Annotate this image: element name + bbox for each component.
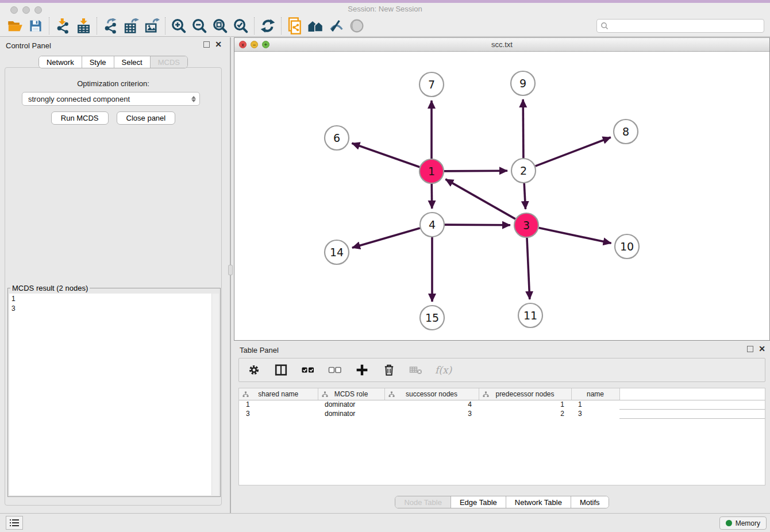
memory-button[interactable]: Memory (719, 516, 767, 530)
select-all-columns-button[interactable] (300, 362, 316, 378)
window-title: Session: New Session (0, 5, 770, 13)
float-panel-icon[interactable] (203, 41, 210, 48)
export-table-icon (124, 18, 139, 34)
show-columns-button[interactable] (273, 362, 289, 378)
graph-node-6[interactable]: 6 (325, 126, 349, 150)
zoom-out-icon (192, 18, 207, 34)
close-panel-button[interactable]: Close panel (117, 111, 176, 125)
graph-node-9[interactable]: 9 (511, 71, 535, 95)
tab-network[interactable]: Network (39, 56, 82, 68)
graph-node-8[interactable]: 8 (614, 119, 638, 144)
zoom-selected-button[interactable] (230, 17, 251, 34)
table-settings-button[interactable] (246, 362, 262, 378)
column-header-mcds-role[interactable]: MCDS role (318, 388, 384, 400)
graph-edge-1-6[interactable] (352, 143, 419, 167)
apply-preferred-layout-button[interactable] (305, 17, 326, 34)
table-panel-title: Table Panel (240, 346, 279, 354)
export-image-icon (144, 18, 160, 34)
toolbar-separator (281, 17, 282, 34)
window-titlebar: Session: New Session (0, 0, 770, 16)
refresh-layout-button[interactable] (257, 17, 278, 34)
graph-edge-3-1[interactable] (445, 179, 515, 219)
hide-selected-button[interactable] (326, 17, 346, 34)
graph-node-4[interactable]: 4 (420, 213, 444, 237)
table-row[interactable]: 1dominator411 (239, 400, 765, 409)
checked-boxes-icon (301, 364, 315, 376)
export-image-button[interactable] (141, 17, 162, 34)
graph-edge-3-10[interactable] (539, 228, 611, 244)
show-log-button[interactable] (6, 516, 23, 530)
vertical-splitter[interactable] (230, 37, 231, 513)
export-network-icon (103, 18, 118, 34)
search-field[interactable] (596, 19, 764, 33)
network-document-icon (287, 17, 303, 34)
run-mcds-button[interactable]: Run MCDS (51, 111, 109, 125)
mcds-result-text[interactable]: 1 3 (9, 294, 211, 495)
svg-text:6: 6 (333, 132, 340, 144)
graph-edge-3-11[interactable] (527, 238, 530, 299)
open-session-button[interactable] (5, 17, 25, 34)
graph-edge-1-2[interactable] (444, 171, 507, 171)
search-input[interactable] (611, 22, 760, 30)
float-table-panel-icon[interactable] (747, 346, 753, 352)
import-table-button[interactable] (73, 17, 94, 34)
column-header-successor-nodes[interactable]: successor nodes (384, 388, 479, 400)
create-column-button[interactable] (354, 362, 370, 378)
splitter-handle[interactable] (228, 265, 233, 275)
graph-edge-4-14[interactable] (352, 228, 420, 248)
network-window-titlebar[interactable]: x – + scc.txt (234, 38, 769, 52)
table-row[interactable]: 3dominator323 (239, 409, 765, 418)
zoom-fit-button[interactable] (210, 17, 230, 34)
tab-motifs[interactable]: Motifs (571, 496, 609, 508)
graph-edge-4-3[interactable] (445, 225, 510, 225)
graph-edge-1-4[interactable] (432, 184, 432, 209)
hierarchy-icon (322, 391, 328, 398)
delete-table-button-disabled (408, 362, 424, 378)
svg-text:9: 9 (519, 77, 526, 90)
export-network-button[interactable] (100, 17, 121, 34)
graph-edge-2-9[interactable] (523, 99, 523, 158)
tab-node-table[interactable]: Node Table (395, 496, 451, 508)
graph-edge-2-8[interactable] (536, 137, 611, 166)
optimization-criterion-label: Optimization criterion: (5, 79, 221, 88)
delete-column-button[interactable] (381, 362, 397, 378)
network-canvas[interactable]: 7986124314101511 (234, 52, 769, 340)
save-session-button[interactable] (25, 17, 46, 34)
graph-edge-2-3[interactable] (524, 183, 525, 209)
graph-node-1[interactable]: 1 (419, 159, 444, 183)
graph-node-14[interactable]: 14 (325, 240, 349, 264)
tab-select[interactable]: Select (114, 56, 151, 68)
show-all-button[interactable] (346, 17, 367, 34)
tab-edge-table[interactable]: Edge Table (451, 496, 506, 508)
graph-node-7[interactable]: 7 (419, 72, 444, 97)
tab-mcds[interactable]: MCDS (151, 56, 187, 68)
close-table-panel-icon[interactable]: ✕ (759, 346, 765, 352)
column-header-predecessor-nodes[interactable]: predecessor nodes (479, 388, 571, 400)
node-table[interactable]: shared name MCDS role successor nodes pr… (238, 388, 765, 485)
column-header-name[interactable]: name (571, 388, 619, 400)
graph-node-11[interactable]: 11 (518, 303, 542, 327)
criterion-dropdown[interactable]: strongly connected component (22, 92, 200, 106)
trash-icon (383, 364, 395, 376)
graph-node-2[interactable]: 2 (511, 159, 536, 183)
export-table-button[interactable] (121, 17, 141, 34)
deselect-all-columns-button[interactable] (327, 362, 343, 378)
main-toolbar (0, 16, 770, 37)
column-header-shared-name[interactable]: shared name (239, 388, 318, 400)
zoom-out-button[interactable] (189, 17, 210, 34)
tab-style[interactable]: Style (82, 56, 114, 68)
result-scrollbar[interactable] (211, 294, 219, 495)
new-network-from-selection-button[interactable] (284, 17, 305, 34)
close-panel-icon[interactable]: ✕ (215, 41, 222, 48)
graph-node-15[interactable]: 15 (420, 306, 444, 330)
graph-node-3[interactable]: 3 (514, 213, 538, 237)
graph-node-10[interactable]: 10 (615, 234, 639, 259)
tab-network-table[interactable]: Network Table (506, 496, 571, 508)
network-view-window: x – + scc.txt 7986124314101511 (234, 37, 770, 341)
houses-icon (307, 18, 324, 33)
mcds-panel: Optimization criterion: strongly connect… (5, 67, 222, 506)
refresh-icon (260, 18, 275, 33)
svg-text:15: 15 (425, 311, 439, 324)
import-network-button[interactable] (52, 17, 73, 34)
zoom-in-button[interactable] (168, 17, 189, 34)
